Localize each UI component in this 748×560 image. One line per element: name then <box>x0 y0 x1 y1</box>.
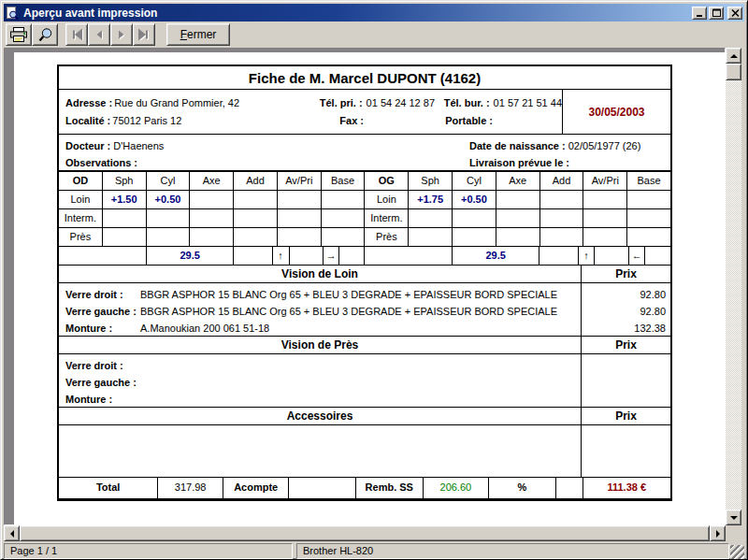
vision-pres-items: Verre droit : Verre gauche : Monture : <box>59 354 581 407</box>
tel-bur-label: Tél. bur. : <box>435 94 490 112</box>
adresse-value: Rue du Grand Pommier, 42 <box>114 94 239 112</box>
localite-value: 75012 Paris 12 <box>112 112 181 130</box>
monture-label: Monture : <box>65 320 140 337</box>
grid-cell <box>540 228 584 246</box>
col-od: OD <box>59 172 103 190</box>
grid-row-interm: Interm. Interm. <box>59 209 670 228</box>
first-page-button[interactable] <box>65 23 88 46</box>
grid-cell <box>453 209 496 227</box>
form-title: Fiche de M. Marcel DUPONT (4162) <box>59 66 670 90</box>
grid-cell <box>290 247 324 265</box>
grid-cell <box>278 209 322 227</box>
vertical-scroll-thumb[interactable] <box>726 64 741 80</box>
vision-loin-items: Verre droit :BBGR ASPHOR 15 BLANC Org 65… <box>59 283 581 336</box>
app-preview-icon <box>6 7 20 20</box>
tel-bur-value: 01 57 21 51 44 <box>494 94 562 112</box>
page-indicator: Page 1 / 1 <box>4 543 293 559</box>
scroll-right-button[interactable] <box>710 525 726 541</box>
last-page-button[interactable] <box>133 23 155 46</box>
verre-gauche-value: BBGR ASPHOR 15 BLANC Org 65 + BLEU 3 DEG… <box>140 303 557 320</box>
horizontal-scroll-thumb[interactable] <box>20 525 710 541</box>
grid-cell <box>595 247 629 265</box>
grid-cell <box>583 191 627 208</box>
adresse-label: Adresse : <box>65 94 112 112</box>
horizontal-scrollbar[interactable] <box>4 525 726 541</box>
grid-cell <box>234 191 278 208</box>
grid-cell <box>627 209 670 227</box>
row-label-loin: Loin <box>59 191 103 208</box>
document-page: Fiche de M. Marcel DUPONT (4162) Adresse… <box>14 52 725 524</box>
grid-row-measures: 29.5 ↑ → 29.5 ↑ ← <box>59 247 670 266</box>
verre-droit-price: 92.80 <box>582 286 666 303</box>
phone-block-2: Tél. bur. :01 57 21 51 44 Portable : <box>435 90 562 134</box>
next-page-button[interactable] <box>110 23 133 46</box>
verre-gauche-label: Verre gauche : <box>65 303 140 320</box>
fax-label: Fax : <box>311 112 364 130</box>
grid-cell <box>103 209 147 227</box>
total-value: 317.98 <box>158 478 223 498</box>
minimize-button[interactable] <box>692 7 707 20</box>
observations-label: Observations : <box>65 157 137 168</box>
scroll-left-button[interactable] <box>4 525 20 541</box>
col-cyl-og: Cyl <box>453 172 496 190</box>
col-axe: Axe <box>190 172 234 190</box>
grid-cell <box>234 228 278 246</box>
docteur-label: Docteur : <box>65 140 110 151</box>
prism-left-arrow-icon: ← <box>629 247 645 265</box>
monture-price <box>582 391 666 408</box>
col-axe-og: Axe <box>496 172 540 190</box>
verre-droit-label: Verre droit : <box>65 357 140 374</box>
grid-cell <box>365 247 453 265</box>
row-label-pres: Près <box>59 228 103 246</box>
grid-cell <box>322 228 366 246</box>
reste-a-payer-value: 111.38 € <box>583 478 671 498</box>
verre-gauche-price <box>582 374 666 391</box>
fermer-label: Fermer <box>180 28 217 41</box>
pd-og-value: 29.5 <box>453 247 539 265</box>
printer-icon <box>9 27 28 42</box>
scroll-right-icon <box>716 530 724 538</box>
prescription-grid: OD Sph Cyl Axe Add Av/Pri Base OG Sph Cy… <box>59 172 670 266</box>
vertical-scrollbar[interactable] <box>726 48 741 525</box>
accessoires-header: Accessoires Prix <box>59 408 670 425</box>
grid-cell <box>496 191 540 208</box>
prix-column-header: Prix <box>581 337 670 353</box>
grid-cell <box>453 228 496 246</box>
fermer-close-preview-button[interactable]: Fermer <box>166 23 230 46</box>
resize-grip-icon[interactable] <box>730 545 744 559</box>
phone-block-1: Tél. pri. :01 54 24 12 87 Fax : <box>311 90 435 134</box>
col-cyl: Cyl <box>147 172 191 190</box>
print-preview-window: Aperçu avant impression <box>0 0 748 560</box>
maximize-button[interactable] <box>709 7 724 20</box>
tel-pri-value: 01 54 24 12 87 <box>367 94 435 112</box>
grid-cell <box>103 228 147 246</box>
title-bar: Aperçu avant impression <box>4 4 744 22</box>
portable-label: Portable : <box>435 112 493 130</box>
accessoires-title: Accessoires <box>59 408 581 424</box>
patient-form: Fiche de M. Marcel DUPONT (4162) Adresse… <box>57 65 672 501</box>
acompte-value <box>289 478 356 498</box>
close-button[interactable] <box>727 7 742 20</box>
grid-cell <box>583 228 627 246</box>
print-button[interactable] <box>6 23 32 46</box>
maximize-icon <box>712 8 721 17</box>
scrollbar-corner <box>726 525 741 541</box>
vision-loin-body: Verre droit :BBGR ASPHOR 15 BLANC Org 65… <box>59 283 670 337</box>
grid-cell <box>339 247 365 265</box>
grid-cell <box>322 191 366 208</box>
previous-page-button[interactable] <box>88 23 110 46</box>
col-og: OG <box>365 172 409 190</box>
prism-up-arrow-icon: ↑ <box>579 247 596 265</box>
localite-label: Localité : <box>65 112 110 130</box>
scroll-down-button[interactable] <box>726 510 741 525</box>
scroll-up-button[interactable] <box>726 48 741 64</box>
percent-label: % <box>489 478 556 498</box>
grid-header-row: OD Sph Cyl Axe Add Av/Pri Base OG Sph Cy… <box>59 172 670 191</box>
tel-pri-label: Tél. pri. : <box>311 94 363 112</box>
vision-loin-prices: 92.80 92.80 132.38 <box>581 283 670 336</box>
grid-cell <box>234 209 278 227</box>
zoom-button[interactable] <box>32 23 58 46</box>
col-sph-og: Sph <box>409 172 453 190</box>
next-page-icon <box>115 29 128 40</box>
prix-column-header: Prix <box>581 266 670 282</box>
